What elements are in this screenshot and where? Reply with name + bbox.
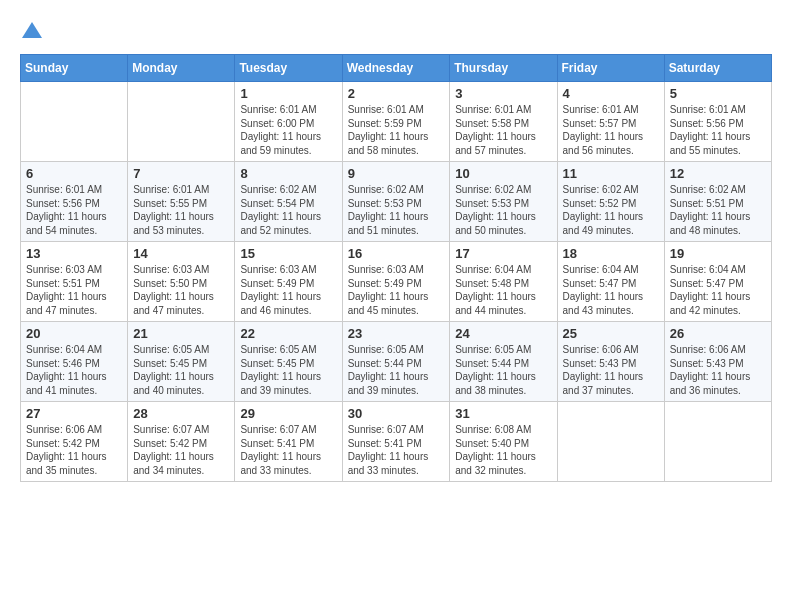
calendar-cell: 8Sunrise: 6:02 AMSunset: 5:54 PMDaylight… xyxy=(235,162,342,242)
day-info: Sunrise: 6:03 AMSunset: 5:50 PMDaylight:… xyxy=(133,263,229,317)
day-info: Sunrise: 6:01 AMSunset: 5:56 PMDaylight:… xyxy=(26,183,122,237)
day-number: 15 xyxy=(240,246,336,261)
day-number: 1 xyxy=(240,86,336,101)
day-info: Sunrise: 6:03 AMSunset: 5:49 PMDaylight:… xyxy=(348,263,445,317)
calendar-cell: 1Sunrise: 6:01 AMSunset: 6:00 PMDaylight… xyxy=(235,82,342,162)
day-info: Sunrise: 6:04 AMSunset: 5:48 PMDaylight:… xyxy=(455,263,551,317)
day-info: Sunrise: 6:05 AMSunset: 5:44 PMDaylight:… xyxy=(348,343,445,397)
calendar-cell: 28Sunrise: 6:07 AMSunset: 5:42 PMDayligh… xyxy=(128,402,235,482)
day-number: 13 xyxy=(26,246,122,261)
day-number: 28 xyxy=(133,406,229,421)
weekday-header-row: SundayMondayTuesdayWednesdayThursdayFrid… xyxy=(21,55,772,82)
calendar-cell: 6Sunrise: 6:01 AMSunset: 5:56 PMDaylight… xyxy=(21,162,128,242)
day-info: Sunrise: 6:03 AMSunset: 5:51 PMDaylight:… xyxy=(26,263,122,317)
day-number: 22 xyxy=(240,326,336,341)
day-info: Sunrise: 6:05 AMSunset: 5:45 PMDaylight:… xyxy=(240,343,336,397)
day-info: Sunrise: 6:06 AMSunset: 5:42 PMDaylight:… xyxy=(26,423,122,477)
day-number: 3 xyxy=(455,86,551,101)
day-number: 18 xyxy=(563,246,659,261)
day-info: Sunrise: 6:01 AMSunset: 5:56 PMDaylight:… xyxy=(670,103,766,157)
day-number: 17 xyxy=(455,246,551,261)
day-number: 30 xyxy=(348,406,445,421)
day-number: 7 xyxy=(133,166,229,181)
day-info: Sunrise: 6:01 AMSunset: 5:55 PMDaylight:… xyxy=(133,183,229,237)
calendar-cell: 17Sunrise: 6:04 AMSunset: 5:48 PMDayligh… xyxy=(450,242,557,322)
calendar-cell: 23Sunrise: 6:05 AMSunset: 5:44 PMDayligh… xyxy=(342,322,450,402)
day-info: Sunrise: 6:01 AMSunset: 5:59 PMDaylight:… xyxy=(348,103,445,157)
calendar-table: SundayMondayTuesdayWednesdayThursdayFrid… xyxy=(20,54,772,482)
day-info: Sunrise: 6:04 AMSunset: 5:47 PMDaylight:… xyxy=(670,263,766,317)
day-info: Sunrise: 6:01 AMSunset: 5:58 PMDaylight:… xyxy=(455,103,551,157)
day-number: 25 xyxy=(563,326,659,341)
calendar-week-row: 6Sunrise: 6:01 AMSunset: 5:56 PMDaylight… xyxy=(21,162,772,242)
svg-marker-0 xyxy=(22,22,42,38)
calendar-cell: 20Sunrise: 6:04 AMSunset: 5:46 PMDayligh… xyxy=(21,322,128,402)
weekday-header: Thursday xyxy=(450,55,557,82)
day-info: Sunrise: 6:05 AMSunset: 5:44 PMDaylight:… xyxy=(455,343,551,397)
day-number: 24 xyxy=(455,326,551,341)
day-number: 19 xyxy=(670,246,766,261)
day-info: Sunrise: 6:06 AMSunset: 5:43 PMDaylight:… xyxy=(670,343,766,397)
calendar-cell: 12Sunrise: 6:02 AMSunset: 5:51 PMDayligh… xyxy=(664,162,771,242)
weekday-header: Tuesday xyxy=(235,55,342,82)
weekday-header: Monday xyxy=(128,55,235,82)
calendar-week-row: 20Sunrise: 6:04 AMSunset: 5:46 PMDayligh… xyxy=(21,322,772,402)
day-number: 20 xyxy=(26,326,122,341)
calendar-cell: 11Sunrise: 6:02 AMSunset: 5:52 PMDayligh… xyxy=(557,162,664,242)
day-number: 2 xyxy=(348,86,445,101)
calendar-cell: 24Sunrise: 6:05 AMSunset: 5:44 PMDayligh… xyxy=(450,322,557,402)
calendar-cell: 29Sunrise: 6:07 AMSunset: 5:41 PMDayligh… xyxy=(235,402,342,482)
calendar-week-row: 1Sunrise: 6:01 AMSunset: 6:00 PMDaylight… xyxy=(21,82,772,162)
day-info: Sunrise: 6:02 AMSunset: 5:51 PMDaylight:… xyxy=(670,183,766,237)
calendar-cell: 16Sunrise: 6:03 AMSunset: 5:49 PMDayligh… xyxy=(342,242,450,322)
day-info: Sunrise: 6:01 AMSunset: 5:57 PMDaylight:… xyxy=(563,103,659,157)
day-info: Sunrise: 6:06 AMSunset: 5:43 PMDaylight:… xyxy=(563,343,659,397)
day-number: 14 xyxy=(133,246,229,261)
calendar-cell: 2Sunrise: 6:01 AMSunset: 5:59 PMDaylight… xyxy=(342,82,450,162)
day-info: Sunrise: 6:04 AMSunset: 5:46 PMDaylight:… xyxy=(26,343,122,397)
page-header xyxy=(20,20,772,44)
day-info: Sunrise: 6:07 AMSunset: 5:41 PMDaylight:… xyxy=(348,423,445,477)
day-number: 29 xyxy=(240,406,336,421)
calendar-cell: 26Sunrise: 6:06 AMSunset: 5:43 PMDayligh… xyxy=(664,322,771,402)
calendar-cell: 14Sunrise: 6:03 AMSunset: 5:50 PMDayligh… xyxy=(128,242,235,322)
day-info: Sunrise: 6:07 AMSunset: 5:41 PMDaylight:… xyxy=(240,423,336,477)
weekday-header: Sunday xyxy=(21,55,128,82)
calendar-cell xyxy=(21,82,128,162)
calendar-cell: 22Sunrise: 6:05 AMSunset: 5:45 PMDayligh… xyxy=(235,322,342,402)
logo-icon xyxy=(20,20,44,44)
day-info: Sunrise: 6:02 AMSunset: 5:53 PMDaylight:… xyxy=(455,183,551,237)
calendar-week-row: 27Sunrise: 6:06 AMSunset: 5:42 PMDayligh… xyxy=(21,402,772,482)
day-info: Sunrise: 6:02 AMSunset: 5:52 PMDaylight:… xyxy=(563,183,659,237)
day-number: 12 xyxy=(670,166,766,181)
day-info: Sunrise: 6:02 AMSunset: 5:54 PMDaylight:… xyxy=(240,183,336,237)
day-info: Sunrise: 6:03 AMSunset: 5:49 PMDaylight:… xyxy=(240,263,336,317)
calendar-cell: 13Sunrise: 6:03 AMSunset: 5:51 PMDayligh… xyxy=(21,242,128,322)
calendar-cell xyxy=(128,82,235,162)
calendar-cell: 27Sunrise: 6:06 AMSunset: 5:42 PMDayligh… xyxy=(21,402,128,482)
calendar-week-row: 13Sunrise: 6:03 AMSunset: 5:51 PMDayligh… xyxy=(21,242,772,322)
day-number: 16 xyxy=(348,246,445,261)
logo xyxy=(20,20,48,44)
calendar-cell: 7Sunrise: 6:01 AMSunset: 5:55 PMDaylight… xyxy=(128,162,235,242)
calendar-cell: 4Sunrise: 6:01 AMSunset: 5:57 PMDaylight… xyxy=(557,82,664,162)
calendar-cell: 18Sunrise: 6:04 AMSunset: 5:47 PMDayligh… xyxy=(557,242,664,322)
day-number: 6 xyxy=(26,166,122,181)
day-info: Sunrise: 6:04 AMSunset: 5:47 PMDaylight:… xyxy=(563,263,659,317)
weekday-header: Wednesday xyxy=(342,55,450,82)
day-info: Sunrise: 6:07 AMSunset: 5:42 PMDaylight:… xyxy=(133,423,229,477)
day-info: Sunrise: 6:08 AMSunset: 5:40 PMDaylight:… xyxy=(455,423,551,477)
day-number: 10 xyxy=(455,166,551,181)
day-number: 9 xyxy=(348,166,445,181)
calendar-cell: 21Sunrise: 6:05 AMSunset: 5:45 PMDayligh… xyxy=(128,322,235,402)
day-number: 31 xyxy=(455,406,551,421)
calendar-cell: 25Sunrise: 6:06 AMSunset: 5:43 PMDayligh… xyxy=(557,322,664,402)
calendar-cell: 30Sunrise: 6:07 AMSunset: 5:41 PMDayligh… xyxy=(342,402,450,482)
day-number: 5 xyxy=(670,86,766,101)
calendar-cell: 19Sunrise: 6:04 AMSunset: 5:47 PMDayligh… xyxy=(664,242,771,322)
day-number: 11 xyxy=(563,166,659,181)
calendar-cell: 3Sunrise: 6:01 AMSunset: 5:58 PMDaylight… xyxy=(450,82,557,162)
calendar-cell: 31Sunrise: 6:08 AMSunset: 5:40 PMDayligh… xyxy=(450,402,557,482)
calendar-cell xyxy=(664,402,771,482)
calendar-cell xyxy=(557,402,664,482)
